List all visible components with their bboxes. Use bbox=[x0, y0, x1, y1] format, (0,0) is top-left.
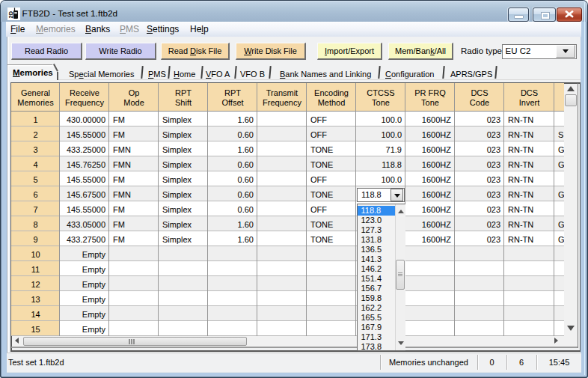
svg-text:2D: 2D bbox=[7, 10, 14, 18]
